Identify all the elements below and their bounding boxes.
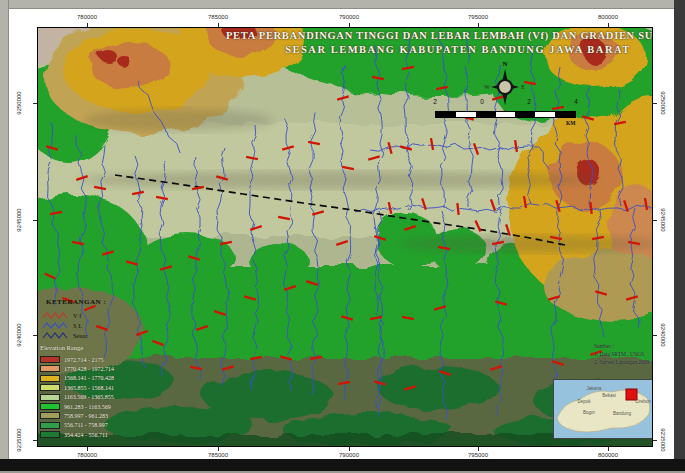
x-axis-label-bottom: 800000 bbox=[598, 452, 618, 458]
elevation-swatch bbox=[40, 403, 60, 410]
window-frame-bottom bbox=[0, 459, 685, 473]
scale-bar-number: 4 bbox=[574, 98, 578, 105]
compass-west-label: W bbox=[484, 84, 490, 90]
scale-bar-segment bbox=[515, 112, 535, 117]
inset-city-label: Depok bbox=[577, 399, 590, 404]
map-title-line1: PETA PERBANDINGAN TINGGI DAN LEBAR LEMBA… bbox=[226, 30, 653, 41]
legend-line-symbol bbox=[42, 331, 68, 340]
inset-city-label: Jakarta bbox=[587, 386, 602, 391]
inset-island bbox=[554, 380, 652, 438]
window-frame-left bbox=[0, 0, 9, 473]
y-axis-label-right: 9240000 bbox=[660, 323, 666, 346]
x-axis-label-bottom: 795000 bbox=[468, 452, 488, 458]
elevation-range-label: 961.283 - 1163.569 bbox=[64, 404, 111, 410]
y-axis-tick bbox=[653, 220, 657, 221]
x-axis-tick bbox=[349, 23, 350, 27]
x-axis-tick bbox=[478, 23, 479, 27]
elevation-range-label: 1163.569 - 1365.855 bbox=[64, 394, 114, 400]
y-axis-label-left: 9250000 bbox=[16, 91, 22, 114]
legend-symbol-row: V f bbox=[42, 310, 81, 320]
elevation-range-heading: Elevation Range bbox=[40, 344, 83, 351]
elevation-range-label: 1365.855 - 1568.141 bbox=[64, 385, 114, 391]
y-axis-label-left: 9240000 bbox=[16, 323, 22, 346]
scale-bar-segment bbox=[456, 112, 476, 117]
y-axis-label-right: 9245000 bbox=[660, 208, 666, 231]
elevation-range-row: 354.424 - 556.711 bbox=[40, 430, 108, 439]
legend-symbol-row: Sesar bbox=[42, 330, 87, 340]
x-axis-tick bbox=[349, 447, 350, 451]
inset-city-label: Bekasi bbox=[602, 393, 616, 398]
map-canvas: PETA PERBANDINGAN TINGGI DAN LEBAR LEMBA… bbox=[37, 27, 653, 447]
elevation-range-row: 758.997 - 961.283 bbox=[40, 411, 108, 420]
x-axis-label-bottom: 790000 bbox=[339, 452, 359, 458]
elevation-range-label: 1972.714 - 2175 bbox=[64, 357, 104, 363]
y-axis-tick bbox=[653, 103, 657, 104]
elevation-range-label: 1770.428 - 1972.714 bbox=[64, 366, 114, 372]
x-axis-label-bottom: 780000 bbox=[77, 452, 97, 458]
scale-bar: 2024 KM bbox=[428, 98, 598, 126]
scale-bar-number: 2 bbox=[433, 98, 437, 105]
x-axis-label-top: 795000 bbox=[468, 14, 488, 20]
y-axis-label-right: 9235000 bbox=[660, 428, 666, 451]
elevation-swatch bbox=[40, 412, 60, 419]
x-axis-tick bbox=[87, 447, 88, 451]
window-frame-top bbox=[0, 0, 685, 9]
x-axis-label-top: 785000 bbox=[208, 14, 228, 20]
elevation-range-row: 1972.714 - 2175 bbox=[40, 355, 104, 364]
scale-bar-unit: KM bbox=[566, 120, 575, 126]
y-axis-tick bbox=[33, 103, 37, 104]
x-axis-tick bbox=[218, 447, 219, 451]
elevation-range-row: 961.283 - 1163.569 bbox=[40, 402, 111, 411]
inset-city-label: Bandung bbox=[613, 411, 631, 416]
x-axis-label-top: 790000 bbox=[339, 14, 359, 20]
scale-bar-segment bbox=[476, 112, 496, 117]
legend-line-symbol bbox=[42, 311, 68, 320]
compass-east-label: E bbox=[521, 84, 525, 90]
y-axis-tick bbox=[653, 440, 657, 441]
vf-tick bbox=[457, 203, 458, 215]
legend-line-symbol bbox=[42, 321, 68, 330]
elevation-swatch bbox=[40, 394, 60, 401]
scale-bar-number: 0 bbox=[480, 98, 484, 105]
scale-bar-segment bbox=[555, 112, 575, 117]
scale-bar-segment bbox=[436, 112, 456, 117]
elevation-range-row: 1770.428 - 1972.714 bbox=[40, 364, 114, 373]
elevation-swatch bbox=[40, 431, 60, 438]
x-axis-tick bbox=[478, 447, 479, 451]
elevation-range-row: 1365.855 - 1568.141 bbox=[40, 383, 114, 392]
x-axis-label-top: 780000 bbox=[77, 14, 97, 20]
source-note-line1: 1. Data SRTM , USGS bbox=[594, 350, 653, 358]
source-note-line2: 2. Survei Lapangan 2009 bbox=[594, 358, 653, 366]
screenshot-root: PETA PERBANDINGAN TINGGI DAN LEBAR LEMBA… bbox=[0, 0, 685, 473]
elevation-range-row: 556.711 - 758.997 bbox=[40, 421, 108, 430]
x-axis-label-top: 800000 bbox=[598, 14, 618, 20]
legend-heading: KETERANGAN : bbox=[46, 298, 106, 306]
y-axis-tick bbox=[653, 335, 657, 336]
elevation-range-row: 1568.141 - 1770.428 bbox=[40, 374, 114, 383]
legend-symbol-row: S L bbox=[42, 320, 82, 330]
vf-tick bbox=[590, 202, 591, 214]
y-axis-tick bbox=[33, 220, 37, 221]
legend-symbol-label: S L bbox=[73, 322, 82, 329]
map-sheet: PETA PERBANDINGAN TINGGI DAN LEBAR LEMBA… bbox=[9, 9, 674, 459]
elevation-swatch bbox=[40, 365, 60, 372]
x-axis-label-bottom: 785000 bbox=[208, 452, 228, 458]
source-note-heading: Sumber : bbox=[594, 342, 653, 350]
source-note: Sumber : 1. Data SRTM , USGS 2. Survei L… bbox=[594, 342, 653, 366]
inset-locator-map: JakartaBekasiDepokBogorBandungCirebon bbox=[553, 379, 653, 439]
elevation-range-label: 758.997 - 961.283 bbox=[64, 413, 108, 419]
x-axis-tick bbox=[608, 447, 609, 451]
x-axis-tick bbox=[218, 23, 219, 27]
elevation-range-label: 556.711 - 758.997 bbox=[64, 422, 108, 428]
map-title-line2: SESAR LEMBANG KABUPATEN BANDUNG JAWA BAR… bbox=[223, 44, 653, 55]
y-axis-label-left: 9245000 bbox=[16, 208, 22, 231]
elevation-range-row: 1163.569 - 1365.855 bbox=[40, 393, 114, 402]
x-axis-tick bbox=[608, 23, 609, 27]
elevation-swatch bbox=[40, 356, 60, 363]
scale-bar-segments bbox=[435, 111, 576, 118]
elevation-range-label: 354.424 - 556.711 bbox=[64, 432, 108, 438]
legend-symbol-label: V f bbox=[73, 312, 81, 319]
elevation-swatch bbox=[40, 375, 60, 382]
scale-bar-segment bbox=[535, 112, 555, 117]
legend-symbol-label: Sesar bbox=[73, 332, 87, 339]
